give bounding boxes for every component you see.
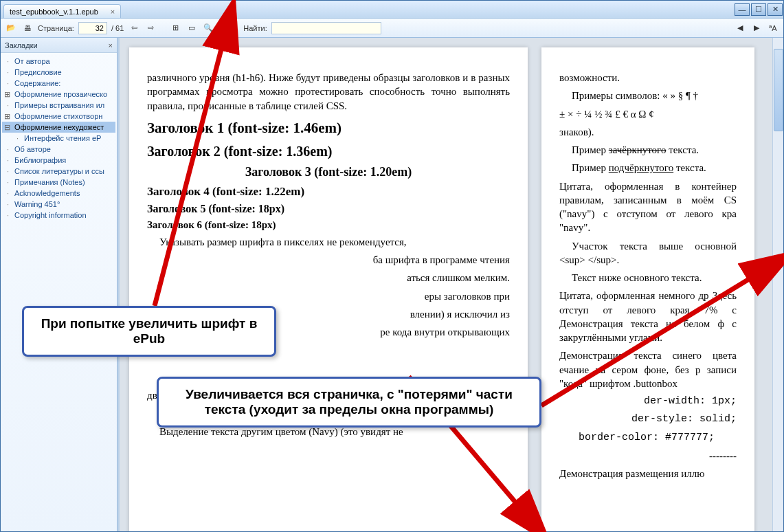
minimize-button[interactable]: — xyxy=(735,3,750,16)
bookmark-item[interactable]: Предисловие xyxy=(2,67,115,78)
app-window: test_epubbook_v.1.1.epub × — ☐ ✕ 📂 🖶 Стр… xyxy=(0,0,784,532)
tab-title: test_epubbook_v.1.1.epub xyxy=(10,8,98,16)
document-tab[interactable]: test_epubbook_v.1.1.epub × xyxy=(3,4,121,18)
page-total: / 61 xyxy=(111,24,124,32)
bookmark-item[interactable]: Copyright information xyxy=(2,210,115,221)
toolbar: 📂 🖶 Страница: / 61 ⇦ ⇨ ⊞ ▭ 🔍 🔎 Найти: ◀ … xyxy=(1,19,783,38)
text: Пример зачёркнутого текста. xyxy=(559,143,737,157)
text: Цитата, оформленная в контейнер правилам… xyxy=(559,179,737,235)
text-options-icon[interactable]: ªA xyxy=(767,22,779,34)
bookmark-item[interactable]: Примечания (Notes) xyxy=(2,177,115,188)
bookmark-item[interactable]: Примеры встраивания ил xyxy=(2,100,115,111)
page-left: различного уровня (h1-h6). Ниже будут пр… xyxy=(129,47,528,531)
annotation-callout-2: Увеличивается вся страничка, с "потерями… xyxy=(157,377,541,428)
text: возможности. xyxy=(559,71,737,85)
zoom-out-icon[interactable]: 🔍 xyxy=(202,22,214,34)
text: различного уровня (h1-h6). Ниже будут пр… xyxy=(147,71,510,113)
scrollbar-thumb[interactable] xyxy=(774,49,783,131)
bookmark-item[interactable]: Acknowledgements xyxy=(2,188,115,199)
underline-sample: подчёркнутого xyxy=(609,162,673,173)
viewer: различного уровня (h1-h6). Ниже будут пр… xyxy=(120,38,783,531)
titlebar: test_epubbook_v.1.1.epub × — ☐ ✕ xyxy=(1,1,783,19)
text: Участок текста выше основной <sup> </sup… xyxy=(559,239,737,267)
sidebar-title: Закладки xyxy=(5,41,38,49)
zoom-in-icon[interactable]: 🔎 xyxy=(219,22,231,34)
text: Демонстрация текста синего цвета ечание … xyxy=(559,348,737,390)
find-prev-icon[interactable]: ◀ xyxy=(734,22,746,34)
heading-6: Заголовок 6 (font-size: 18px) xyxy=(147,219,510,231)
bookmark-tree: От автораПредисловиеСодержание:Оформлени… xyxy=(1,53,117,223)
text: ба шрифта в программе чтения xyxy=(147,253,510,267)
text: аться слишком мелким. xyxy=(147,271,510,285)
vertical-scrollbar[interactable] xyxy=(772,38,783,531)
text: -------- xyxy=(559,449,737,463)
bookmark-item[interactable]: От автора xyxy=(2,56,115,67)
bookmark-item[interactable]: Об авторе xyxy=(2,144,115,155)
bookmark-item[interactable]: Оформление прозаическо xyxy=(2,89,115,100)
heading-3: Заголовок 3 (font-size: 1.20em) xyxy=(147,165,510,179)
strike-sample: зачёркнутого xyxy=(609,144,667,155)
bookmark-item[interactable]: Интерфейс чтения eP xyxy=(12,133,115,144)
code: der-width: 1px; xyxy=(559,395,737,408)
find-label: Найти: xyxy=(243,24,267,32)
bookmark-item[interactable]: Содержание: xyxy=(2,78,115,89)
find-next-icon[interactable]: ▶ xyxy=(750,22,763,34)
sidebar-close-icon[interactable]: × xyxy=(109,41,113,49)
heading-2: Заголовок 2 (font-size: 1.36em) xyxy=(147,144,510,159)
heading-1: Заголовок 1 (font-size: 1.46em) xyxy=(147,120,510,137)
page-label: Страница: xyxy=(38,24,74,32)
text: Указывать размер шрифта в пикселях не ре… xyxy=(147,235,510,249)
tab-close-icon[interactable]: × xyxy=(111,8,115,16)
text: еры заголовков при xyxy=(147,289,510,303)
search-input[interactable] xyxy=(271,22,381,34)
text: ± × ÷ ¼ ½ ¾ £ € α Ω ¢ xyxy=(559,107,737,121)
heading-4: Заголовок 4 (font-size: 1.22em) xyxy=(147,185,510,199)
code: border-color: #777777; xyxy=(559,431,737,445)
close-button[interactable]: ✕ xyxy=(768,3,783,16)
text: Пример подчёркнутого текста. xyxy=(559,161,737,175)
text: Текст ниже основного текста. xyxy=(559,271,737,285)
sidebar-header: Закладки × xyxy=(1,38,117,53)
sidebar: Закладки × От автораПредисловиеСодержани… xyxy=(1,38,117,531)
text: знаков). xyxy=(559,125,737,139)
fit-width-icon[interactable]: ⊞ xyxy=(169,22,181,34)
bookmark-item[interactable]: Оформление нехудожест xyxy=(2,122,115,133)
page-right: возможности. Примеры символов: « » § ¶ †… xyxy=(541,47,754,531)
text: Цитата, оформленная немного др Здесь отс… xyxy=(559,289,737,344)
bookmark-item[interactable]: Список литературы и ссы xyxy=(2,166,115,177)
maximize-button[interactable]: ☐ xyxy=(751,3,766,16)
page-number-input[interactable] xyxy=(78,22,107,34)
bookmark-item[interactable]: Оформление стихотворн xyxy=(2,111,115,122)
print-icon[interactable]: 🖶 xyxy=(21,22,34,34)
next-page-icon[interactable]: ⇨ xyxy=(144,22,157,34)
content-area: Закладки × От автораПредисловиеСодержани… xyxy=(1,38,783,531)
bookmark-item[interactable]: Библиография xyxy=(2,155,115,166)
annotation-callout-1: При попытке увеличить шрифт в ePub xyxy=(22,306,276,357)
bookmark-item[interactable]: Warning 451° xyxy=(2,199,115,210)
open-icon[interactable]: 📂 xyxy=(5,22,17,34)
text: Примеры символов: « » § ¶ † xyxy=(559,89,737,102)
prev-page-icon[interactable]: ⇦ xyxy=(128,22,140,34)
text: Демонстрация размещения иллю xyxy=(559,467,737,480)
fit-page-icon[interactable]: ▭ xyxy=(186,22,198,34)
code: der-style: solid; xyxy=(559,412,737,426)
heading-5: Заголовок 5 (font-size: 18px) xyxy=(147,203,510,215)
